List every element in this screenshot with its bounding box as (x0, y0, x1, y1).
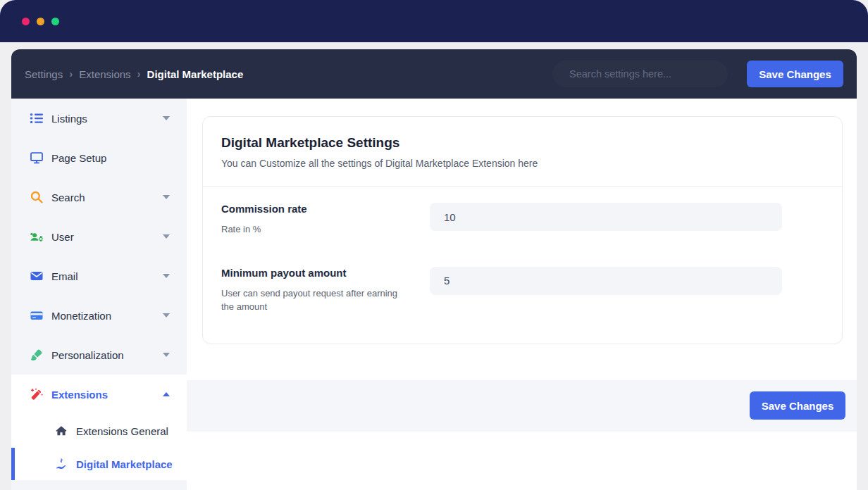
minimum-payout-row: Minimum payout amount User can send payo… (221, 267, 824, 314)
magnifier-icon (30, 190, 44, 204)
page-subtitle: You can Customize all the settings of Di… (221, 158, 824, 169)
minimum-payout-label: Minimum payout amount (221, 267, 409, 279)
breadcrumb-settings[interactable]: Settings (25, 68, 63, 80)
app-header: Settings › Extensions › Digital Marketpl… (11, 49, 857, 99)
sidebar-subitem-label: Digital Marketplace (76, 458, 173, 470)
main-content: Digital Marketplace Settings You can Cus… (187, 99, 857, 490)
sidebar: Listings Page Setup Search (11, 99, 187, 490)
sidebar-item-search[interactable]: Search (11, 177, 187, 217)
sidebar-item-email[interactable]: Email (11, 256, 187, 296)
breadcrumb: Settings › Extensions › Digital Marketpl… (25, 68, 243, 80)
chevron-right-icon: › (69, 68, 73, 80)
sidebar-item-page-setup[interactable]: Page Setup (11, 138, 187, 177)
sidebar-item-label: Extensions (51, 389, 108, 401)
sidebar-item-user[interactable]: User (11, 217, 187, 256)
chevron-down-icon (163, 234, 170, 239)
home-icon (55, 425, 68, 437)
sidebar-item-label: Personalization (51, 349, 124, 361)
search-input[interactable] (552, 61, 728, 87)
save-changes-button-footer[interactable]: Save Changes (750, 391, 845, 420)
footer-action-bar: Save Changes (187, 380, 857, 432)
minimum-payout-input[interactable] (430, 267, 782, 295)
hand-dollar-icon (55, 458, 68, 470)
sidebar-subitem-label: Extensions General (76, 425, 168, 437)
screen: Settings › Extensions › Digital Marketpl… (0, 0, 868, 490)
credit-card-icon (30, 308, 44, 322)
sidebar-item-extensions[interactable]: Extensions (11, 375, 187, 414)
commission-rate-label: Commission rate (221, 203, 409, 215)
window-close-dot-icon[interactable] (22, 18, 30, 25)
breadcrumb-digital-marketplace: Digital Marketplace (147, 68, 244, 80)
commission-rate-input[interactable] (430, 203, 782, 231)
users-gear-icon (30, 230, 44, 244)
app-window: Settings › Extensions › Digital Marketpl… (11, 49, 857, 490)
commission-rate-row: Commission rate Rate in % (221, 203, 824, 237)
sidebar-item-label: Monetization (51, 310, 111, 322)
commission-rate-help: Rate in % (221, 223, 409, 237)
envelope-icon (30, 269, 44, 283)
sidebar-item-label: Search (51, 191, 85, 203)
minimum-payout-help: User can send payout request after earni… (221, 287, 409, 314)
monitor-icon (30, 151, 44, 165)
sidebar-item-listings[interactable]: Listings (11, 99, 187, 138)
chevron-down-icon (163, 313, 170, 318)
window-minimize-dot-icon[interactable] (37, 18, 44, 25)
save-changes-button-header[interactable]: Save Changes (747, 61, 843, 87)
chevron-down-icon (163, 195, 170, 199)
settings-card-body: Commission rate Rate in % Minimum payout… (203, 187, 842, 344)
page-title: Digital Marketplace Settings (221, 135, 824, 151)
window-titlebar (0, 0, 868, 42)
sidebar-item-label: User (51, 231, 74, 243)
sidebar-item-personalization[interactable]: Personalization (11, 335, 187, 375)
window-zoom-dot-icon[interactable] (51, 18, 59, 25)
sidebar-item-label: Email (51, 270, 78, 282)
field-meta: Minimum payout amount User can send payo… (221, 267, 430, 314)
chevron-right-icon: › (137, 68, 141, 80)
chevron-up-icon (163, 392, 170, 396)
breadcrumb-extensions[interactable]: Extensions (79, 68, 130, 80)
list-icon (30, 111, 44, 125)
chevron-down-icon (163, 274, 170, 278)
sidebar-item-label: Listings (51, 113, 87, 125)
sidebar-subitem-digital-marketplace[interactable]: Digital Marketplace (11, 448, 187, 480)
magic-wand-icon (30, 387, 44, 401)
settings-card-header: Digital Marketplace Settings You can Cus… (203, 117, 842, 186)
paint-brush-icon (30, 348, 44, 362)
chevron-down-icon (163, 116, 170, 120)
settings-card: Digital Marketplace Settings You can Cus… (202, 116, 843, 344)
sidebar-item-label: Page Setup (51, 152, 106, 164)
field-meta: Commission rate Rate in % (221, 203, 430, 237)
sidebar-item-monetization[interactable]: Monetization (11, 296, 187, 335)
chevron-down-icon (163, 353, 170, 357)
app-body: Listings Page Setup Search (11, 99, 857, 490)
sidebar-subitem-extensions-general[interactable]: Extensions General (11, 414, 187, 448)
sidebar-extensions-section: Extensions Extensions General (11, 375, 187, 480)
